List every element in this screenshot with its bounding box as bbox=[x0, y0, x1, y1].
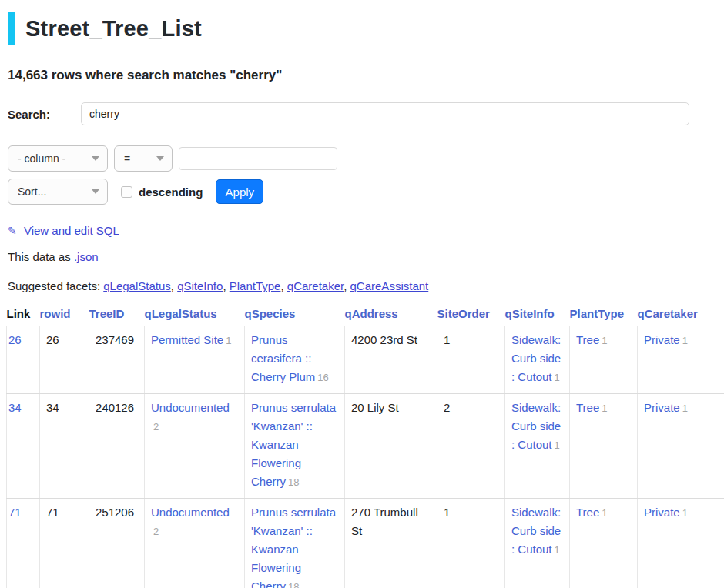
view-edit-sql-link[interactable]: View and edit SQL bbox=[24, 224, 119, 237]
cell-qsiteinfo: Sidewalk: Curb side : Cutout1 bbox=[505, 499, 570, 588]
search-label: Search: bbox=[8, 108, 81, 121]
column-header-rowid: rowid bbox=[40, 306, 89, 326]
row-link[interactable]: 34 bbox=[8, 401, 22, 414]
sort-by-siteorder-link[interactable]: SiteOrder bbox=[437, 307, 490, 320]
facet-link-planttype[interactable]: PlantType bbox=[230, 279, 281, 292]
column-header-qlegalstatus: qLegalStatus bbox=[145, 306, 245, 326]
page-title: Street_Tree_List bbox=[25, 16, 202, 42]
qspecies-value-link[interactable]: Prunus cerasifera :: Cherry Plum bbox=[251, 333, 315, 383]
qlegalstatus-value-link[interactable]: Permitted Site bbox=[151, 333, 223, 346]
column-header-link: Link bbox=[7, 306, 40, 326]
facet-separator: , bbox=[223, 279, 229, 292]
facet-count: 1 bbox=[555, 372, 560, 383]
filter-value-input[interactable] bbox=[179, 147, 337, 170]
cell-qcaretaker: Private1 bbox=[638, 326, 724, 394]
row-link[interactable]: 26 bbox=[8, 333, 22, 346]
qcaretaker-value-link[interactable]: Private bbox=[644, 401, 680, 414]
qspecies-value-link[interactable]: Prunus serrulata 'Kwanzan' :: Kwanzan Fl… bbox=[251, 506, 336, 588]
facet-separator: , bbox=[171, 279, 177, 292]
cell-link: 26 bbox=[7, 326, 40, 394]
planttype-value-link[interactable]: Tree bbox=[576, 401, 599, 414]
planttype-value-link[interactable]: Tree bbox=[576, 506, 599, 519]
filter-row: - column - = bbox=[8, 145, 724, 172]
filter-operator-select[interactable]: = bbox=[114, 145, 173, 172]
qsiteinfo-value-link[interactable]: Sidewalk: Curb side : Cutout bbox=[511, 506, 561, 556]
filter-operator-select-value: = bbox=[124, 152, 130, 165]
table-row: 26 26 237469 Permitted Site1 Prunus cera… bbox=[7, 326, 724, 394]
facet-count: 1 bbox=[682, 507, 688, 519]
facet-count: 1 bbox=[682, 335, 688, 346]
filter-column-select[interactable]: - column - bbox=[8, 145, 108, 172]
facet-separator: , bbox=[344, 279, 350, 292]
column-header-qspecies: qSpecies bbox=[245, 306, 345, 326]
facet-separator: , bbox=[280, 279, 287, 292]
facet-count: 1 bbox=[602, 403, 607, 414]
cell-qsiteinfo: Sidewalk: Curb side : Cutout1 bbox=[505, 326, 570, 394]
cell-qlegalstatus: Permitted Site1 bbox=[145, 326, 245, 394]
cell-planttype: Tree1 bbox=[570, 499, 638, 588]
chevron-down-icon bbox=[156, 156, 164, 161]
search-row: Search: bbox=[8, 102, 724, 125]
pencil-icon: ✎ bbox=[8, 225, 17, 237]
facet-count: 1 bbox=[226, 335, 231, 346]
cell-treeid: 237469 bbox=[89, 326, 145, 394]
sort-row: Sort... descending Apply bbox=[8, 179, 724, 205]
sort-by-qsiteinfo-link[interactable]: qSiteInfo bbox=[505, 307, 555, 320]
facet-count: 2 bbox=[153, 526, 159, 537]
facet-count: 1 bbox=[555, 544, 560, 556]
facet-link-qcaretaker[interactable]: qCaretaker bbox=[287, 279, 344, 292]
sort-by-qlegalstatus-link[interactable]: qLegalStatus bbox=[145, 307, 217, 320]
cell-qcaretaker: Private1 bbox=[638, 394, 724, 499]
qspecies-value-link[interactable]: Prunus serrulata 'Kwanzan' :: Kwanzan Fl… bbox=[251, 401, 336, 488]
qcaretaker-value-link[interactable]: Private bbox=[644, 333, 680, 346]
json-export-link[interactable]: .json bbox=[74, 250, 99, 263]
row-link[interactable]: 71 bbox=[8, 506, 22, 519]
sort-by-qspecies-link[interactable]: qSpecies bbox=[245, 307, 296, 320]
qlegalstatus-value-link[interactable]: Undocumented bbox=[151, 506, 230, 519]
sort-by-qaddress-link[interactable]: qAddress bbox=[345, 307, 398, 320]
planttype-value-link[interactable]: Tree bbox=[576, 333, 599, 346]
apply-button[interactable]: Apply bbox=[216, 179, 263, 204]
facet-link-qcareassistant[interactable]: qCareAssistant bbox=[350, 279, 429, 292]
descending-checkbox[interactable] bbox=[121, 186, 132, 198]
qsiteinfo-value-link[interactable]: Sidewalk: Curb side : Cutout bbox=[511, 401, 561, 451]
cell-rowid: 34 bbox=[40, 394, 89, 499]
results-table: Link rowid TreeID qLegalStatus qSpecies … bbox=[6, 306, 724, 588]
filter-column-select-value: - column - bbox=[18, 152, 65, 165]
cell-rowid: 71 bbox=[40, 499, 89, 588]
facet-link-qsiteinfo[interactable]: qSiteInfo bbox=[177, 279, 223, 292]
cell-rowid: 26 bbox=[40, 326, 89, 394]
cell-siteorder: 2 bbox=[437, 394, 505, 499]
facets-label: Suggested facets: bbox=[8, 279, 103, 292]
cell-planttype: Tree1 bbox=[570, 394, 638, 499]
column-header-treeid: TreeID bbox=[89, 306, 145, 326]
qlegalstatus-value-link[interactable]: Undocumented bbox=[151, 401, 230, 414]
column-header-qaddress: qAddress bbox=[345, 306, 437, 326]
descending-label: descending bbox=[139, 185, 203, 199]
page-header: Street_Tree_List bbox=[8, 12, 724, 45]
chevron-down-icon bbox=[92, 189, 99, 194]
sort-by-qcaretaker-link[interactable]: qCaretaker bbox=[638, 307, 698, 320]
page: Street_Tree_List 14,663 rows where searc… bbox=[0, 12, 724, 588]
sort-by-treeid-link[interactable]: TreeID bbox=[89, 307, 125, 320]
sort-by-rowid-link[interactable]: rowid bbox=[40, 307, 71, 320]
cell-qaddress: 270 Trumbull St bbox=[345, 499, 437, 588]
column-header-planttype: PlantType bbox=[570, 306, 638, 326]
qcaretaker-value-link[interactable]: Private bbox=[644, 506, 680, 519]
facet-count: 1 bbox=[555, 439, 560, 451]
cell-qspecies: Prunus serrulata 'Kwanzan' :: Kwanzan Fl… bbox=[245, 394, 345, 499]
cell-siteorder: 1 bbox=[437, 499, 505, 588]
search-input[interactable] bbox=[81, 102, 689, 125]
cell-qspecies: Prunus cerasifera :: Cherry Plum16 bbox=[245, 326, 345, 394]
sql-row: ✎ View and edit SQL bbox=[8, 224, 724, 237]
facet-count: 2 bbox=[153, 421, 159, 433]
sort-select[interactable]: Sort... bbox=[8, 179, 108, 205]
facet-count: 1 bbox=[682, 403, 688, 414]
cell-qlegalstatus: Undocumented2 bbox=[145, 499, 245, 588]
sort-by-planttype-link[interactable]: PlantType bbox=[570, 307, 625, 320]
export-row: This data as .json bbox=[8, 250, 724, 263]
cell-qlegalstatus: Undocumented2 bbox=[145, 394, 245, 499]
facet-link-qlegalstatus[interactable]: qLegalStatus bbox=[103, 279, 171, 292]
facet-count: 1 bbox=[602, 335, 607, 346]
qsiteinfo-value-link[interactable]: Sidewalk: Curb side : Cutout bbox=[511, 333, 561, 383]
